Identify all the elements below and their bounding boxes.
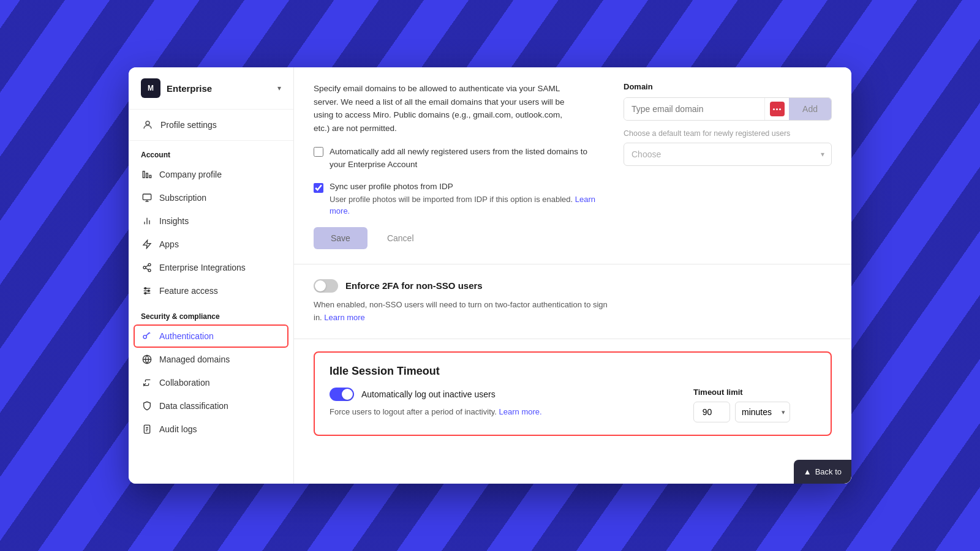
svg-point-10 — [148, 263, 151, 266]
idle-left: Automatically log out inactive users For… — [330, 388, 657, 419]
default-team-label: Choose a default team for newly register… — [624, 129, 832, 138]
back-to-top-button[interactable]: ▲ Back to — [794, 460, 851, 484]
svg-point-19 — [148, 290, 149, 292]
key-icon — [141, 330, 153, 342]
svg-rect-2 — [146, 173, 148, 178]
security-section-label: Security & compliance — [129, 302, 293, 324]
idle-content-row: Automatically log out inactive users For… — [330, 388, 816, 422]
svg-line-14 — [146, 265, 149, 267]
idle-learn-more-link[interactable]: Learn more. — [499, 407, 542, 416]
timeout-unit-wrapper: minutes hours days — [735, 402, 790, 422]
choose-select-wrapper: Choose ▾ — [624, 143, 832, 166]
svg-rect-1 — [143, 171, 145, 178]
domain-input[interactable] — [624, 98, 764, 120]
sidebar: M Enterprise ▾ Profile settings Account … — [129, 67, 294, 484]
profile-icon — [141, 118, 154, 132]
timeout-value-input[interactable] — [693, 402, 730, 422]
sidebar-item-insights[interactable]: Insights — [129, 209, 293, 233]
account-section-label: Account — [129, 141, 293, 163]
subscription-label: Subscription — [159, 193, 206, 203]
sidebar-header[interactable]: M Enterprise ▾ — [129, 67, 293, 110]
auto-add-row: Automatically add all newly registered u… — [314, 146, 604, 171]
globe-icon — [141, 353, 153, 365]
apps-label: Apps — [159, 239, 179, 249]
sidebar-item-enterprise-integrations[interactable]: Enterprise Integrations — [129, 256, 293, 279]
sync-desc: User profile photos will be imported fro… — [330, 193, 604, 217]
idle-session-section: Idle Session Timeout Automatically log o… — [314, 351, 832, 436]
svg-point-0 — [146, 121, 149, 125]
domain-label: Domain — [624, 82, 832, 91]
profile-settings-label: Profile settings — [160, 120, 217, 130]
sidebar-item-audit-logs[interactable]: Audit logs — [129, 418, 293, 441]
timeout-unit-select[interactable]: minutes hours days — [735, 402, 790, 422]
back-to-top-label: Back to — [815, 467, 842, 476]
managed-domains-label: Managed domains — [159, 354, 230, 364]
idle-right: Timeout limit minutes hours days — [693, 388, 816, 422]
choose-select[interactable]: Choose — [624, 143, 832, 166]
twofa-toggle[interactable] — [314, 279, 338, 293]
sidebar-item-collaboration[interactable]: Collaboration — [129, 371, 293, 394]
timeout-controls: minutes hours days — [693, 402, 816, 422]
domain-left: Specify email domains to be allowed to a… — [314, 82, 604, 249]
feature-access-icon — [141, 285, 153, 297]
idle-session-title: Idle Session Timeout — [330, 365, 816, 378]
insights-icon — [141, 215, 153, 227]
svg-line-13 — [146, 268, 149, 270]
twofa-title: Enforce 2FA for non-SSO users — [345, 280, 483, 291]
enterprise-integrations-label: Enterprise Integrations — [159, 263, 246, 272]
dots-icon — [770, 102, 785, 116]
twofa-description: When enabled, non-SSO users will need to… — [314, 299, 608, 324]
sidebar-item-managed-domains[interactable]: Managed domains — [129, 348, 293, 371]
domain-area: Specify email domains to be allowed to a… — [314, 82, 832, 249]
main-content: Specify email domains to be allowed to a… — [294, 67, 851, 484]
svg-point-18 — [145, 288, 146, 290]
sync-checkbox[interactable] — [314, 183, 323, 193]
idle-auto-logout-label: Automatically log out inactive users — [361, 389, 657, 399]
sidebar-item-subscription[interactable]: Subscription — [129, 186, 293, 209]
sidebar-item-data-classification[interactable]: Data classification — [129, 394, 293, 418]
sidebar-item-apps[interactable]: Apps — [129, 233, 293, 256]
sidebar-item-authentication[interactable]: Authentication — [134, 324, 288, 348]
action-buttons: Save Cancel — [314, 227, 604, 249]
twofa-row: Enforce 2FA for non-SSO users — [314, 279, 832, 293]
domain-description: Specify email domains to be allowed to a… — [314, 82, 577, 135]
domain-input-row: Add — [624, 97, 832, 121]
twofa-toggle-knob — [315, 280, 326, 291]
svg-point-11 — [143, 266, 146, 269]
svg-point-20 — [145, 293, 146, 294]
profile-settings-item[interactable]: Profile settings — [129, 110, 293, 141]
idle-auto-logout-toggle[interactable] — [330, 388, 354, 401]
authentication-label: Authentication — [159, 331, 214, 341]
svg-rect-3 — [149, 175, 151, 178]
domain-input-icon-area — [764, 98, 789, 120]
sidebar-item-company-profile[interactable]: Company profile — [129, 163, 293, 186]
apps-icon — [141, 238, 153, 250]
collaboration-icon — [141, 377, 153, 389]
idle-toggle-knob — [342, 389, 353, 400]
monitor-icon — [141, 192, 153, 204]
svg-point-12 — [148, 269, 151, 272]
domain-right: Domain Add Choose a default team fo — [624, 82, 832, 249]
cancel-button[interactable]: Cancel — [375, 227, 426, 249]
sync-row: Sync user profile photos from IDP User p… — [314, 182, 604, 217]
auto-add-checkbox[interactable] — [314, 147, 323, 157]
insights-label: Insights — [159, 216, 189, 226]
audit-logs-icon — [141, 423, 153, 435]
shield-icon — [141, 400, 153, 412]
sidebar-item-feature-access[interactable]: Feature access — [129, 279, 293, 302]
collaboration-label: Collaboration — [159, 378, 210, 388]
save-button[interactable]: Save — [314, 227, 368, 249]
timeout-limit-label: Timeout limit — [693, 388, 816, 397]
twofa-section: Enforce 2FA for non-SSO users When enabl… — [294, 264, 851, 340]
company-profile-label: Company profile — [159, 170, 222, 179]
data-classification-label: Data classification — [159, 401, 228, 411]
audit-logs-label: Audit logs — [159, 424, 197, 434]
company-logo: M — [141, 78, 160, 98]
svg-rect-4 — [143, 194, 151, 200]
sync-title: Sync user profile photos from IDP — [330, 182, 604, 191]
twofa-learn-more-link[interactable]: Learn more — [324, 313, 364, 322]
company-dropdown-arrow[interactable]: ▾ — [277, 84, 281, 92]
sync-section: Sync user profile photos from IDP User p… — [314, 182, 604, 217]
domain-section: Specify email domains to be allowed to a… — [294, 67, 851, 264]
add-button[interactable]: Add — [789, 98, 831, 120]
